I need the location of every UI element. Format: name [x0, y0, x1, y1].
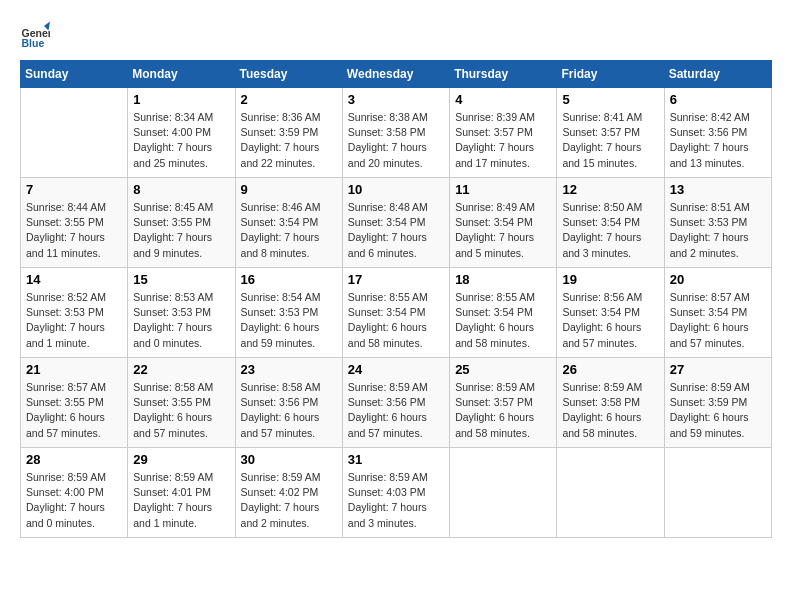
day-number: 20 — [670, 272, 766, 287]
logo: General Blue — [20, 20, 50, 50]
weekday-header-friday: Friday — [557, 61, 664, 88]
calendar-cell: 12Sunrise: 8:50 AMSunset: 3:54 PMDayligh… — [557, 178, 664, 268]
weekday-header-sunday: Sunday — [21, 61, 128, 88]
day-number: 23 — [241, 362, 337, 377]
calendar-cell: 26Sunrise: 8:59 AMSunset: 3:58 PMDayligh… — [557, 358, 664, 448]
day-info: Sunrise: 8:49 AMSunset: 3:54 PMDaylight:… — [455, 200, 551, 261]
day-info: Sunrise: 8:55 AMSunset: 3:54 PMDaylight:… — [455, 290, 551, 351]
day-number: 18 — [455, 272, 551, 287]
calendar-cell: 1Sunrise: 8:34 AMSunset: 4:00 PMDaylight… — [128, 88, 235, 178]
calendar-cell: 14Sunrise: 8:52 AMSunset: 3:53 PMDayligh… — [21, 268, 128, 358]
calendar-cell: 29Sunrise: 8:59 AMSunset: 4:01 PMDayligh… — [128, 448, 235, 538]
day-info: Sunrise: 8:59 AMSunset: 3:57 PMDaylight:… — [455, 380, 551, 441]
day-info: Sunrise: 8:58 AMSunset: 3:56 PMDaylight:… — [241, 380, 337, 441]
day-number: 14 — [26, 272, 122, 287]
calendar-cell: 3Sunrise: 8:38 AMSunset: 3:58 PMDaylight… — [342, 88, 449, 178]
day-info: Sunrise: 8:59 AMSunset: 3:58 PMDaylight:… — [562, 380, 658, 441]
day-number: 8 — [133, 182, 229, 197]
day-number: 26 — [562, 362, 658, 377]
day-info: Sunrise: 8:57 AMSunset: 3:55 PMDaylight:… — [26, 380, 122, 441]
day-number: 25 — [455, 362, 551, 377]
calendar-cell: 22Sunrise: 8:58 AMSunset: 3:55 PMDayligh… — [128, 358, 235, 448]
day-info: Sunrise: 8:39 AMSunset: 3:57 PMDaylight:… — [455, 110, 551, 171]
day-number: 10 — [348, 182, 444, 197]
calendar-cell: 21Sunrise: 8:57 AMSunset: 3:55 PMDayligh… — [21, 358, 128, 448]
weekday-header-row: SundayMondayTuesdayWednesdayThursdayFrid… — [21, 61, 772, 88]
day-info: Sunrise: 8:59 AMSunset: 3:56 PMDaylight:… — [348, 380, 444, 441]
day-info: Sunrise: 8:38 AMSunset: 3:58 PMDaylight:… — [348, 110, 444, 171]
day-number: 1 — [133, 92, 229, 107]
calendar-cell: 25Sunrise: 8:59 AMSunset: 3:57 PMDayligh… — [450, 358, 557, 448]
day-number: 4 — [455, 92, 551, 107]
weekday-header-monday: Monday — [128, 61, 235, 88]
calendar-cell: 9Sunrise: 8:46 AMSunset: 3:54 PMDaylight… — [235, 178, 342, 268]
week-row-2: 7Sunrise: 8:44 AMSunset: 3:55 PMDaylight… — [21, 178, 772, 268]
calendar-cell: 8Sunrise: 8:45 AMSunset: 3:55 PMDaylight… — [128, 178, 235, 268]
day-number: 7 — [26, 182, 122, 197]
weekday-header-thursday: Thursday — [450, 61, 557, 88]
day-number: 3 — [348, 92, 444, 107]
week-row-5: 28Sunrise: 8:59 AMSunset: 4:00 PMDayligh… — [21, 448, 772, 538]
weekday-header-wednesday: Wednesday — [342, 61, 449, 88]
day-info: Sunrise: 8:41 AMSunset: 3:57 PMDaylight:… — [562, 110, 658, 171]
day-info: Sunrise: 8:59 AMSunset: 4:02 PMDaylight:… — [241, 470, 337, 531]
calendar-cell: 11Sunrise: 8:49 AMSunset: 3:54 PMDayligh… — [450, 178, 557, 268]
calendar-cell: 10Sunrise: 8:48 AMSunset: 3:54 PMDayligh… — [342, 178, 449, 268]
calendar-cell: 5Sunrise: 8:41 AMSunset: 3:57 PMDaylight… — [557, 88, 664, 178]
day-info: Sunrise: 8:59 AMSunset: 4:00 PMDaylight:… — [26, 470, 122, 531]
day-info: Sunrise: 8:59 AMSunset: 3:59 PMDaylight:… — [670, 380, 766, 441]
day-info: Sunrise: 8:45 AMSunset: 3:55 PMDaylight:… — [133, 200, 229, 261]
calendar-cell: 7Sunrise: 8:44 AMSunset: 3:55 PMDaylight… — [21, 178, 128, 268]
week-row-4: 21Sunrise: 8:57 AMSunset: 3:55 PMDayligh… — [21, 358, 772, 448]
day-info: Sunrise: 8:55 AMSunset: 3:54 PMDaylight:… — [348, 290, 444, 351]
day-number: 31 — [348, 452, 444, 467]
day-info: Sunrise: 8:57 AMSunset: 3:54 PMDaylight:… — [670, 290, 766, 351]
calendar-cell: 16Sunrise: 8:54 AMSunset: 3:53 PMDayligh… — [235, 268, 342, 358]
day-number: 27 — [670, 362, 766, 377]
day-info: Sunrise: 8:54 AMSunset: 3:53 PMDaylight:… — [241, 290, 337, 351]
day-number: 19 — [562, 272, 658, 287]
calendar-cell: 17Sunrise: 8:55 AMSunset: 3:54 PMDayligh… — [342, 268, 449, 358]
svg-text:Blue: Blue — [22, 37, 45, 49]
day-number: 24 — [348, 362, 444, 377]
calendar-cell: 24Sunrise: 8:59 AMSunset: 3:56 PMDayligh… — [342, 358, 449, 448]
day-number: 16 — [241, 272, 337, 287]
day-number: 9 — [241, 182, 337, 197]
calendar-cell: 27Sunrise: 8:59 AMSunset: 3:59 PMDayligh… — [664, 358, 771, 448]
day-number: 5 — [562, 92, 658, 107]
calendar-cell: 28Sunrise: 8:59 AMSunset: 4:00 PMDayligh… — [21, 448, 128, 538]
day-number: 12 — [562, 182, 658, 197]
calendar-cell: 18Sunrise: 8:55 AMSunset: 3:54 PMDayligh… — [450, 268, 557, 358]
day-info: Sunrise: 8:36 AMSunset: 3:59 PMDaylight:… — [241, 110, 337, 171]
calendar-cell — [21, 88, 128, 178]
day-number: 6 — [670, 92, 766, 107]
calendar-cell: 31Sunrise: 8:59 AMSunset: 4:03 PMDayligh… — [342, 448, 449, 538]
weekday-header-tuesday: Tuesday — [235, 61, 342, 88]
calendar-cell: 30Sunrise: 8:59 AMSunset: 4:02 PMDayligh… — [235, 448, 342, 538]
day-info: Sunrise: 8:50 AMSunset: 3:54 PMDaylight:… — [562, 200, 658, 261]
day-info: Sunrise: 8:56 AMSunset: 3:54 PMDaylight:… — [562, 290, 658, 351]
day-info: Sunrise: 8:48 AMSunset: 3:54 PMDaylight:… — [348, 200, 444, 261]
calendar-cell — [450, 448, 557, 538]
calendar-cell — [557, 448, 664, 538]
day-number: 30 — [241, 452, 337, 467]
calendar-cell: 6Sunrise: 8:42 AMSunset: 3:56 PMDaylight… — [664, 88, 771, 178]
day-info: Sunrise: 8:53 AMSunset: 3:53 PMDaylight:… — [133, 290, 229, 351]
calendar-cell — [664, 448, 771, 538]
day-number: 21 — [26, 362, 122, 377]
day-info: Sunrise: 8:59 AMSunset: 4:01 PMDaylight:… — [133, 470, 229, 531]
day-number: 11 — [455, 182, 551, 197]
week-row-1: 1Sunrise: 8:34 AMSunset: 4:00 PMDaylight… — [21, 88, 772, 178]
day-number: 22 — [133, 362, 229, 377]
logo-icon: General Blue — [20, 20, 50, 50]
day-number: 15 — [133, 272, 229, 287]
day-number: 13 — [670, 182, 766, 197]
calendar-cell: 23Sunrise: 8:58 AMSunset: 3:56 PMDayligh… — [235, 358, 342, 448]
calendar-cell: 4Sunrise: 8:39 AMSunset: 3:57 PMDaylight… — [450, 88, 557, 178]
calendar-cell: 2Sunrise: 8:36 AMSunset: 3:59 PMDaylight… — [235, 88, 342, 178]
calendar-table: SundayMondayTuesdayWednesdayThursdayFrid… — [20, 60, 772, 538]
day-number: 28 — [26, 452, 122, 467]
day-info: Sunrise: 8:51 AMSunset: 3:53 PMDaylight:… — [670, 200, 766, 261]
day-number: 2 — [241, 92, 337, 107]
day-number: 17 — [348, 272, 444, 287]
